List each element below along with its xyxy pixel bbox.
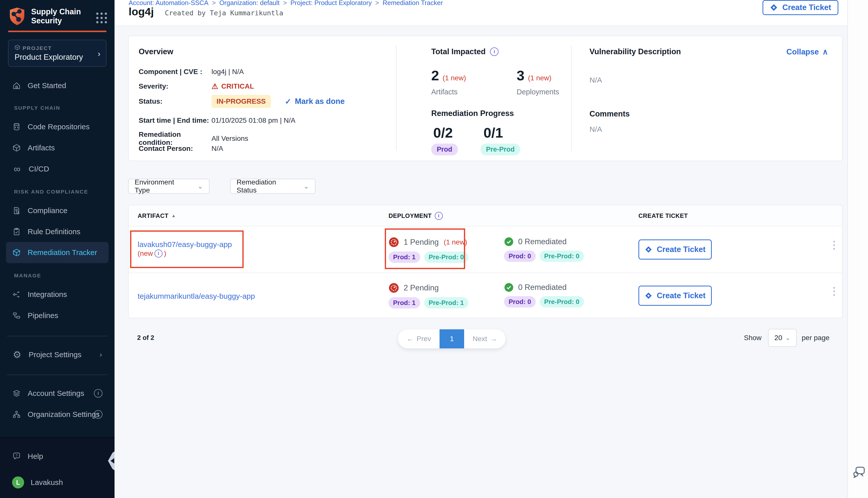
app-root: Supply ChainSecurity PROJECT Product Exp… — [0, 0, 868, 498]
info-icon[interactable]: i — [435, 212, 443, 220]
chevron-right-icon: › — [100, 351, 102, 359]
severity-row: Severity: ⚠ CRITICAL — [139, 82, 254, 91]
remediation-status-filter[interactable]: Remediation Status ⌄ — [230, 179, 315, 194]
deployment-column-header: DEPLOYMENT i — [389, 205, 443, 226]
sidebar-item-label: Rule Definitions — [28, 227, 80, 236]
row-menu-kebab-icon[interactable]: ⋮ — [829, 240, 839, 250]
sort-asc-icon: ▲ — [171, 213, 176, 218]
condition-value: All Versions — [211, 134, 248, 143]
sidebar-item-artifacts[interactable]: Artifacts — [6, 140, 108, 156]
artifacts-new-count: (1 new) — [442, 74, 466, 82]
create-ticket-label: Create Ticket — [782, 3, 831, 12]
deployment-remediated-cell: 0 Remediated Prod: 0 Pre-Prod: 0 — [504, 237, 584, 262]
pending-clock-icon — [389, 283, 399, 293]
user-name: Lavakush — [31, 478, 63, 487]
info-icon[interactable]: i — [94, 389, 103, 397]
mark-as-done-button[interactable]: ✓ Mark as done — [285, 97, 345, 106]
next-page-button[interactable]: Next → — [464, 335, 506, 343]
brand-accent-rule — [8, 31, 106, 32]
sidebar-section-risk: RISK AND COMPLIANCE — [14, 189, 88, 195]
help-chat-icon: ? — [12, 452, 21, 461]
component-cve-value: log4j | N/A — [211, 68, 244, 76]
sidebar-divider — [7, 375, 107, 375]
preprod-progress-value: 0/1 — [483, 124, 503, 141]
table-header-row: ARTIFACT ▲ DEPLOYMENT i CREATE TICKET — [129, 205, 842, 226]
per-page-select[interactable]: 20 ⌄ — [768, 329, 797, 347]
sidebar-bottom-dock: ? Help L Lavakush — [0, 437, 115, 498]
sidebar-section-supply-chain: SUPPLY CHAIN — [14, 105, 60, 111]
sidebar-item-code-repositories[interactable]: Code Repositories — [6, 118, 108, 135]
preprod-badge: Pre-Prod — [480, 144, 520, 155]
right-rail — [847, 0, 868, 498]
supply-chain-shield-logo-icon — [9, 7, 26, 26]
home-icon — [12, 81, 21, 90]
sidebar-divider — [7, 336, 107, 336]
artifact-column-header[interactable]: ARTIFACT ▲ — [138, 205, 176, 226]
sidebar-item-label: Account Settings — [28, 389, 84, 397]
sidebar-item-integrations[interactable]: Integrations — [6, 286, 108, 303]
create-ticket-label: Create Ticket — [657, 291, 705, 300]
remediation-cube-icon — [12, 248, 21, 257]
chevron-down-icon: ⌄ — [303, 183, 309, 190]
sidebar-item-cicd[interactable]: ∞ CI/CD — [6, 161, 108, 177]
pipelines-icon — [12, 311, 21, 320]
comments-value: N/A — [590, 125, 602, 133]
sidebar-item-label: Compliance — [28, 206, 67, 215]
component-cve-row: Component | CVE : log4j | N/A — [139, 68, 244, 76]
create-ticket-button-row[interactable]: Create Ticket — [638, 286, 712, 306]
layers-icon — [12, 389, 21, 398]
vulnerability-description-value: N/A — [590, 76, 602, 84]
document-search-icon — [12, 206, 21, 215]
sidebar-item-organization-settings[interactable]: Organization Settings i — [6, 406, 108, 423]
vulnerability-description-heading: Vulnerability Description — [590, 47, 681, 56]
annotation-box-artifact — [130, 231, 244, 268]
prev-page-button[interactable]: ← Prev — [398, 335, 440, 343]
info-icon[interactable]: i — [490, 48, 498, 56]
artifact-link[interactable]: tejakummarikuntla/easy-buggy-app — [138, 291, 255, 301]
sidebar-item-compliance[interactable]: Compliance — [6, 202, 108, 219]
sidebar-item-get-started[interactable]: Get Started — [6, 77, 108, 94]
preprod-count-badge: Pre-Prod: 1 — [424, 297, 468, 309]
integrations-icon — [12, 290, 21, 299]
breadcrumb-current[interactable]: Remediation Tracker — [383, 0, 443, 6]
sidebar-item-remediation-tracker[interactable]: Remediation Tracker — [6, 242, 108, 263]
row-menu-kebab-icon[interactable]: ⋮ — [829, 286, 839, 296]
cube-icon — [12, 143, 21, 152]
check-circle-icon — [504, 237, 514, 247]
organization-icon — [12, 410, 21, 419]
sidebar-item-rule-definitions[interactable]: Rule Definitions — [6, 223, 108, 240]
preprod-count-badge: Pre-Prod: 0 — [540, 296, 584, 307]
environment-type-filter[interactable]: Environment Type ⌄ — [128, 179, 209, 194]
chat-support-icon[interactable] — [852, 465, 866, 479]
condition-row: Remediation condition: All Versions — [139, 131, 248, 147]
user-menu[interactable]: L Lavakush — [6, 474, 108, 491]
overview-heading: Overview — [139, 47, 173, 56]
create-ticket-button-header[interactable]: Create Ticket — [763, 0, 838, 15]
per-page-label: per page — [802, 334, 830, 342]
sidebar-item-pipelines[interactable]: Pipelines — [6, 307, 108, 324]
sidebar-item-project-settings[interactable]: ⚙ Project Settings › — [6, 346, 108, 363]
sidebar-item-help[interactable]: ? Help — [6, 448, 108, 464]
sidebar-item-label: Remediation Tracker — [28, 248, 97, 257]
sidebar-item-account-settings[interactable]: Account Settings i — [6, 385, 108, 402]
contact-value: N/A — [211, 145, 223, 153]
info-icon[interactable]: i — [94, 410, 103, 419]
critical-warning-icon: ⚠ — [211, 82, 218, 91]
jira-diamond-icon — [645, 246, 652, 253]
sidebar-item-label: Code Repositories — [28, 122, 90, 131]
module-grid-icon[interactable] — [96, 13, 107, 23]
sidebar-item-label: Organization Settings — [28, 410, 100, 419]
create-ticket-button-row[interactable]: Create Ticket — [638, 239, 712, 260]
sidebar-item-label: Pipelines — [28, 311, 58, 320]
check-icon: ✓ — [285, 97, 292, 106]
project-selector[interactable]: PROJECT Product Exploratory › — [8, 40, 106, 67]
sidebar-section-manage: MANAGE — [14, 273, 41, 279]
time-label: Start time | End time: — [139, 117, 211, 124]
annotation-box-pending — [385, 228, 465, 269]
breadcrumb-link-project[interactable]: Project: Product Exploratory — [290, 0, 372, 6]
brand-title: Supply ChainSecurity — [31, 7, 81, 25]
contact-row: Contact Person: N/A — [139, 145, 223, 153]
collapse-button[interactable]: Collapse ∧ — [786, 47, 828, 56]
page-number-button[interactable]: 1 — [440, 329, 464, 349]
artifacts-impacted-count: 2 — [431, 67, 439, 83]
